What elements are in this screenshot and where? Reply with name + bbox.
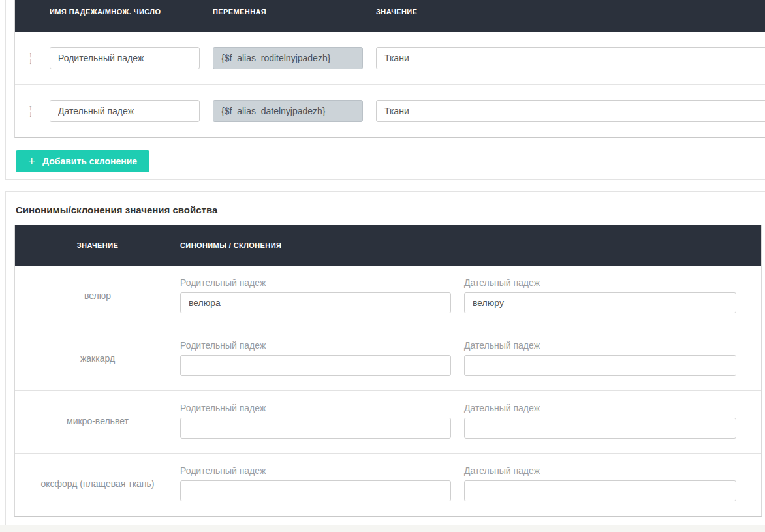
dative-input[interactable]: [464, 480, 736, 501]
genitive-input[interactable]: [180, 480, 451, 501]
drag-handle[interactable]: ↑ ↓: [15, 104, 37, 117]
field-group: Родительный падеж: [180, 340, 451, 376]
section-title: Синонимы/склонения значения свойства: [16, 204, 765, 215]
column-header-value: ЗНАЧЕНИЕ: [376, 8, 765, 16]
declensions-table: ИМЯ ПАДЕЖА/МНОЖ. ЧИСЛО ПЕРЕМЕННАЯ ЗНАЧЕН…: [14, 0, 765, 138]
field-label: Дательный падеж: [464, 465, 736, 477]
declensions-card: ИМЯ ПАДЕЖА/МНОЖ. ЧИСЛО ПЕРЕМЕННАЯ ЗНАЧЕН…: [5, 0, 765, 180]
column-header-synonyms: СИНОНИМЫ / СКЛОНЕНИЯ: [180, 242, 761, 249]
synonyms-card: Синонимы/склонения значения свойства ЗНА…: [5, 191, 765, 526]
field-label: Дательный падеж: [464, 340, 736, 351]
field-group: Родительный падеж: [180, 277, 451, 313]
variable-field: [213, 100, 363, 122]
add-declension-button[interactable]: + Добавить склонение: [16, 150, 149, 172]
case-value-input[interactable]: [376, 100, 765, 122]
genitive-input[interactable]: [180, 418, 451, 439]
genitive-input[interactable]: [180, 292, 451, 313]
add-declension-button-label: Добавить склонение: [42, 156, 137, 166]
case-name-input[interactable]: [50, 47, 200, 69]
declension-fields: Родительный падеж Дательный падеж: [180, 465, 761, 501]
page-background-strip: [0, 525, 765, 532]
genitive-input[interactable]: [180, 355, 451, 376]
column-header-variable: ПЕРЕМЕННАЯ: [213, 8, 363, 16]
dative-input[interactable]: [464, 355, 736, 376]
synonyms-table-header: ЗНАЧЕНИЕ СИНОНИМЫ / СКЛОНЕНИЯ: [15, 225, 761, 266]
declension-fields: Родительный падеж Дательный падеж: [180, 340, 761, 376]
table-row: микро-вельвет Родительный падеж Дательны…: [15, 390, 761, 453]
plus-icon: +: [28, 155, 35, 167]
table-row: велюр Родительный падеж Дательный падеж: [15, 266, 761, 328]
field-label: Родительный падеж: [180, 465, 451, 477]
field-group: Родительный падеж: [180, 465, 451, 501]
declensions-table-header: ИМЯ ПАДЕЖА/МНОЖ. ЧИСЛО ПЕРЕМЕННАЯ ЗНАЧЕН…: [15, 0, 765, 32]
variable-field: [213, 47, 363, 69]
column-header-case-name: ИМЯ ПАДЕЖА/МНОЖ. ЧИСЛО: [50, 8, 200, 16]
drag-handle[interactable]: ↑ ↓: [15, 52, 37, 65]
property-value-label: микро-вельвет: [15, 403, 180, 439]
case-value-input[interactable]: [376, 47, 765, 69]
field-label: Дательный падеж: [464, 277, 736, 289]
synonyms-table: ЗНАЧЕНИЕ СИНОНИМЫ / СКЛОНЕНИЯ велюр Роди…: [14, 225, 762, 517]
arrow-down-icon: ↓: [29, 111, 33, 117]
field-label: Родительный падеж: [180, 277, 451, 289]
case-name-input[interactable]: [50, 100, 200, 122]
field-group: Дательный падеж: [464, 465, 736, 501]
field-group: Дательный падеж: [464, 403, 736, 439]
table-row: ↑ ↓: [15, 32, 765, 84]
field-group: Дательный падеж: [464, 277, 736, 313]
property-value-label: оксфорд (плащевая ткань): [15, 465, 180, 501]
declension-fields: Родительный падеж Дательный падеж: [180, 277, 761, 313]
dative-input[interactable]: [464, 292, 736, 313]
field-group: Родительный падеж: [180, 403, 451, 439]
dative-input[interactable]: [464, 418, 736, 439]
field-label: Дательный падеж: [464, 403, 736, 414]
page: ИМЯ ПАДЕЖА/МНОЖ. ЧИСЛО ПЕРЕМЕННАЯ ЗНАЧЕН…: [0, 0, 765, 532]
declension-fields: Родительный падеж Дательный падеж: [180, 403, 761, 439]
arrow-down-icon: ↓: [29, 58, 33, 65]
field-label: Родительный падеж: [180, 340, 451, 351]
table-row: оксфорд (плащевая ткань) Родительный пад…: [15, 453, 761, 516]
property-value-label: велюр: [15, 277, 180, 313]
property-value-label: жаккард: [15, 340, 180, 376]
table-row: жаккард Родительный падеж Дательный паде…: [15, 328, 761, 390]
table-row: ↑ ↓: [15, 84, 765, 137]
field-group: Дательный падеж: [464, 340, 736, 376]
field-label: Родительный падеж: [180, 403, 451, 414]
column-header-value: ЗНАЧЕНИЕ: [15, 242, 180, 249]
